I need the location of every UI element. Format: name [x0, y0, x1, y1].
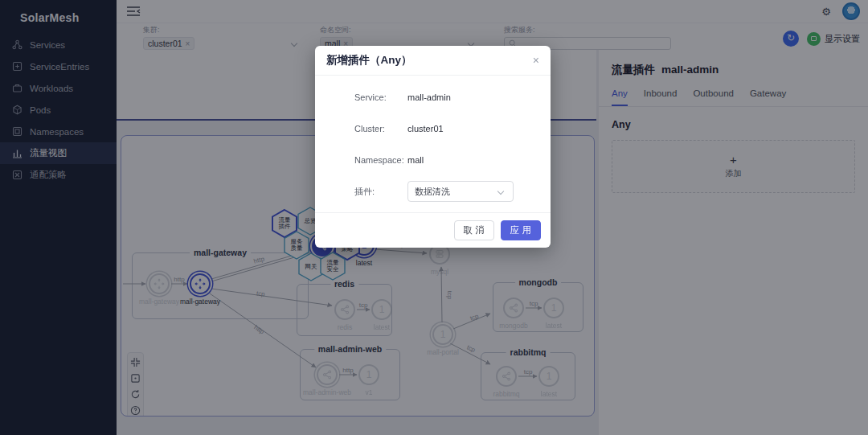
- modal-title: 新增插件（Any）: [326, 53, 533, 68]
- modal-footer: 取 消 应 用: [315, 212, 551, 248]
- field-plugin: 插件: 数据清洗: [354, 183, 551, 199]
- app-root: SolarMesh ServicesServiceEntriesWorkload…: [0, 0, 868, 435]
- close-icon[interactable]: ×: [533, 55, 539, 66]
- field-service: Service:mall-admin: [354, 89, 551, 105]
- add-plugin-modal: 新增插件（Any） × Service:mall-admin Cluster:c…: [315, 46, 551, 248]
- modal-body: Service:mall-admin Cluster:cluster01 Nam…: [315, 76, 551, 212]
- field-cluster: Cluster:cluster01: [354, 121, 551, 137]
- apply-button[interactable]: 应 用: [501, 220, 541, 240]
- field-namespace: Namespace:mall: [354, 152, 551, 168]
- cancel-button[interactable]: 取 消: [454, 220, 494, 240]
- modal-header: 新增插件（Any） ×: [315, 46, 551, 76]
- plugin-select[interactable]: 数据清洗: [407, 181, 514, 202]
- chevron-down-icon: [497, 188, 504, 195]
